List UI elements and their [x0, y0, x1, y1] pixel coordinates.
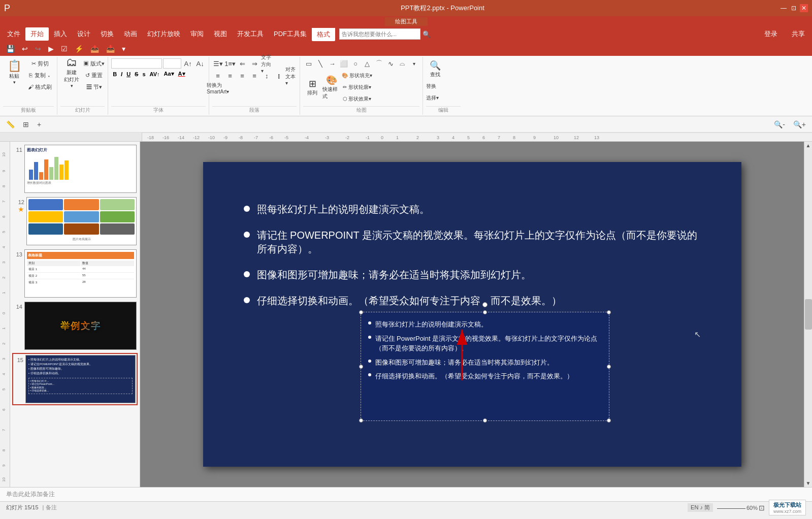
- fit-slide-btn[interactable]: ⊡: [759, 504, 765, 512]
- scroll-down-btn[interactable]: ▼: [805, 479, 812, 487]
- minimize-btn[interactable]: —: [779, 4, 788, 12]
- italic-btn[interactable]: I: [119, 71, 124, 78]
- shape-rect[interactable]: ▭: [303, 58, 314, 69]
- qa-download[interactable]: 📥: [104, 44, 117, 54]
- char-space-btn[interactable]: AV↑: [148, 71, 161, 78]
- zoom-out-btn[interactable]: 🔍-: [772, 119, 787, 129]
- zoom-in-btn[interactable]: 🔍+: [791, 119, 808, 129]
- menu-insert[interactable]: 插入: [49, 27, 72, 41]
- section-btn[interactable]: ☰ 节▾: [83, 81, 105, 92]
- shape-effects-btn[interactable]: ⬡ 形状效果▾: [342, 93, 372, 105]
- restore-btn[interactable]: ⊡: [790, 4, 798, 12]
- qa-slide-start[interactable]: ▶: [46, 44, 56, 54]
- align-text-btn[interactable]: 对齐文本▾: [285, 70, 297, 81]
- quick-styles-btn[interactable]: 🎨 快速样式: [322, 76, 341, 99]
- increase-font-btn[interactable]: A↑: [182, 58, 193, 69]
- bullets-btn[interactable]: ☰▾: [212, 58, 223, 69]
- menu-view[interactable]: 视图: [209, 27, 232, 41]
- columns-btn[interactable]: ⫿: [273, 70, 284, 81]
- qa-lightning[interactable]: ⚡: [73, 44, 85, 54]
- format-painter-btn[interactable]: 🖌 格式刷: [26, 81, 54, 92]
- shape-curve[interactable]: ⌒: [373, 58, 384, 69]
- char-case-btn[interactable]: Aa▾: [163, 70, 176, 78]
- arrange-btn[interactable]: ⊞ 排列: [303, 76, 321, 99]
- copy-btn[interactable]: ⎘ 复制 ▾: [26, 70, 54, 81]
- shape-fill-btn[interactable]: 🎨 形状填充▾: [342, 70, 372, 81]
- search-input[interactable]: [339, 28, 420, 40]
- font-size-input[interactable]: 17.2: [163, 58, 181, 69]
- menu-slideshow[interactable]: 幻灯片放映: [142, 27, 185, 41]
- text-direction-btn[interactable]: 文字方向▾: [261, 58, 272, 69]
- menu-file[interactable]: 文件: [2, 27, 25, 41]
- qa-check[interactable]: ☑: [59, 44, 70, 54]
- select-btn[interactable]: 选择▾: [426, 92, 439, 104]
- numbering-btn[interactable]: 1≡▾: [224, 58, 236, 69]
- menu-format[interactable]: 格式: [312, 27, 335, 41]
- line-spacing-btn[interactable]: ↕: [261, 70, 272, 81]
- slide-thumb-13[interactable]: 13 表格标题 类别 数值 项目 1 44 项目 2 55 项目 3 28: [12, 248, 138, 299]
- strikethrough-btn[interactable]: S: [133, 71, 140, 78]
- shadow-btn[interactable]: s: [141, 71, 147, 78]
- menu-review[interactable]: 审阅: [185, 27, 209, 41]
- svg-text:-5: -5: [284, 135, 288, 140]
- slide-thumb-11[interactable]: 11 图表幻灯片 增长数据对比图表: [12, 144, 138, 194]
- replace-btn[interactable]: 替换: [426, 81, 436, 92]
- guides-btn[interactable]: +: [35, 119, 43, 129]
- new-slide-btn[interactable]: 🗂 新建幻灯片 ▾: [60, 58, 83, 86]
- ruler-btn[interactable]: 📏: [4, 119, 17, 129]
- textbox-selected[interactable]: 照每张幻灯片上的说明创建演示文稿。 请记住 PowerPoint 是演示文稿的视…: [361, 312, 609, 421]
- menu-pdf[interactable]: PDF工具集: [269, 27, 312, 41]
- qa-redo[interactable]: ↪: [33, 44, 43, 54]
- menu-home[interactable]: 开始: [25, 27, 49, 41]
- slide-thumb-12[interactable]: 12 ★ 图片布局展示: [12, 196, 138, 246]
- decrease-indent-btn[interactable]: ⇐: [237, 58, 248, 69]
- underline-btn[interactable]: U: [125, 71, 132, 78]
- shape-connector[interactable]: ⌓: [397, 58, 408, 69]
- shape-arrow[interactable]: →: [327, 58, 338, 69]
- reset-slide-btn[interactable]: ↺ 重置: [83, 70, 105, 81]
- vertical-scrollbar[interactable]: ▲ ▼: [804, 142, 812, 487]
- slide-img-11: 图表幻灯片 增长数据对比图表: [24, 145, 137, 193]
- shape-freeform[interactable]: ∿: [385, 58, 396, 69]
- share-btn[interactable]: 共享: [787, 27, 810, 41]
- login-btn[interactable]: 登录: [759, 27, 783, 41]
- increase-indent-btn[interactable]: ⇒: [249, 58, 260, 69]
- notes-bar[interactable]: 单击此处添加备注: [0, 487, 812, 501]
- cut-btn[interactable]: ✂ 剪切: [26, 58, 54, 69]
- gridlines-btn[interactable]: ⊞: [21, 119, 31, 129]
- svg-text:8: 8: [2, 185, 6, 187]
- shape-triangle[interactable]: △: [362, 58, 373, 69]
- shape-all[interactable]: ▾: [408, 58, 419, 69]
- scroll-up-btn[interactable]: ▲: [805, 142, 812, 149]
- shape-line[interactable]: ╲: [315, 58, 326, 69]
- bold-btn[interactable]: B: [111, 71, 118, 78]
- menu-animations[interactable]: 动画: [119, 27, 142, 41]
- layout-btn[interactable]: ▣ 版式▾: [83, 58, 105, 69]
- qa-upload[interactable]: 📤: [88, 44, 101, 54]
- qa-save[interactable]: 💾: [4, 44, 17, 54]
- shape-outline-btn[interactable]: ✏ 形状轮廓▾: [342, 82, 372, 93]
- decrease-font-btn[interactable]: A↓: [194, 58, 206, 69]
- menu-design[interactable]: 设计: [72, 27, 95, 41]
- shape-more[interactable]: ⬜: [338, 58, 349, 69]
- canvas-area[interactable]: 照每张幻灯片上的说明创建演示文稿。 请记住 POWERPOINT 是演示文稿的视…: [140, 142, 804, 487]
- qa-undo[interactable]: ↩: [20, 44, 30, 54]
- slide-thumb-14[interactable]: 14 举例文字: [12, 301, 138, 351]
- find-btn[interactable]: 🔍 查找: [426, 58, 444, 80]
- align-center-btn[interactable]: ≡: [224, 70, 236, 81]
- smartart-btn[interactable]: 转换为SmartArt▾: [212, 82, 223, 93]
- zoom-slider[interactable]: ————: [717, 504, 745, 512]
- shape-oval[interactable]: ○: [350, 58, 361, 69]
- align-left-btn[interactable]: ≡: [212, 70, 223, 81]
- slide-thumb-15[interactable]: 15 • 照每张幻灯片上的说明创建演示文稿。 • 请记住POWERPOINT是演…: [12, 353, 138, 405]
- lang-indicator[interactable]: EN ♪ 简: [688, 503, 713, 512]
- menu-developer[interactable]: 开发工具: [232, 27, 269, 41]
- close-btn[interactable]: ✕: [800, 4, 808, 12]
- align-right-btn[interactable]: ≡: [237, 70, 248, 81]
- font-name-input[interactable]: [111, 58, 162, 69]
- font-color-btn[interactable]: A▾: [177, 70, 187, 78]
- qa-more[interactable]: ▾: [120, 44, 127, 54]
- menu-transitions[interactable]: 切换: [95, 27, 119, 41]
- paste-btn[interactable]: 📋 粘贴 ▾: [3, 58, 25, 86]
- justify-btn[interactable]: ≡: [249, 70, 260, 81]
